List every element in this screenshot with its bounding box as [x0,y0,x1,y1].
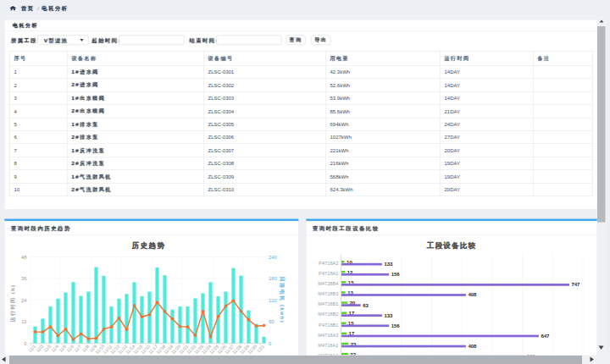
svg-text:63: 63 [363,303,369,308]
svg-text:133: 133 [384,262,393,267]
svg-text:36: 36 [21,276,26,281]
svg-text:60: 60 [269,319,274,324]
svg-text:408: 408 [468,344,477,349]
svg-text:240: 240 [269,255,277,260]
svg-text:12: 12 [21,319,26,324]
svg-text:P4718B1: P4718B1 [319,323,338,328]
svg-text:156: 156 [391,323,401,328]
svg-text:P4718A1: P4718A1 [319,271,338,276]
svg-text:120: 120 [269,298,277,303]
svg-text:0: 0 [24,341,26,346]
svg-text:运行时间 (h): 运行时间 (h) [10,284,16,323]
svg-text:647: 647 [541,334,550,339]
svg-text:M4728B4: M4728B4 [318,281,338,286]
svg-text:M4718B3: M4718B3 [318,291,338,296]
svg-text:12/1: 12/1 [256,344,265,353]
svg-text:133: 133 [384,313,393,318]
svg-text:工段设备比较: 工段设备比较 [426,241,476,250]
svg-text:M4718B2: M4718B2 [318,312,338,317]
svg-text:M4718B1: M4718B1 [318,301,338,306]
svg-text:P4718A2: P4718A2 [319,261,338,266]
svg-text:156: 156 [391,272,401,277]
svg-text:180: 180 [269,276,277,281]
svg-text:0: 0 [269,341,271,346]
svg-text:历史趋势: 历史趋势 [131,241,166,250]
svg-text:747: 747 [571,282,580,287]
svg-text:24: 24 [21,298,27,303]
svg-text:回路电耗 (kwh): 回路电耗 (kwh) [279,277,285,323]
svg-text:M4718A1: M4718A1 [318,343,338,348]
svg-text:48: 48 [21,255,26,260]
svg-text:M4718A3: M4718A3 [318,333,338,338]
svg-text:408: 408 [468,292,477,297]
